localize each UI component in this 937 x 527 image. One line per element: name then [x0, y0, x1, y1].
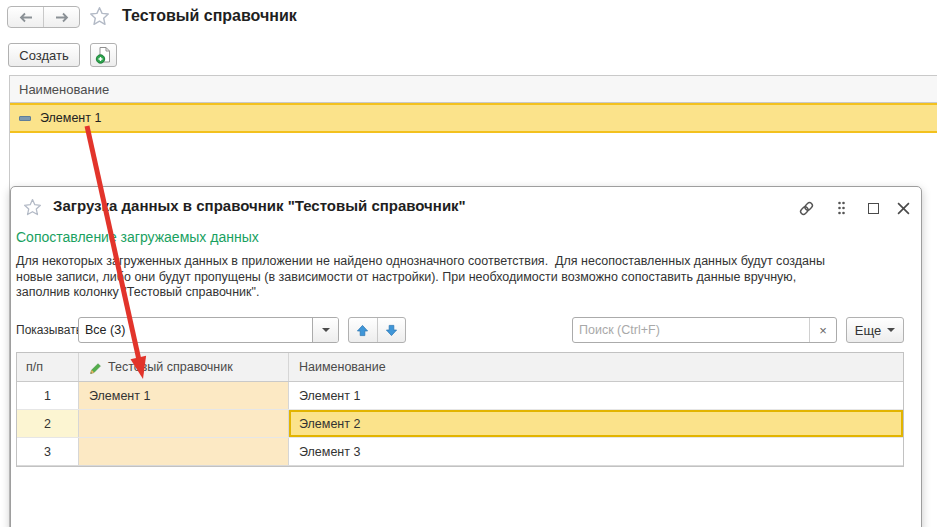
list-row-element-1[interactable]: Элемент 1	[10, 103, 937, 133]
forward-button[interactable]	[43, 7, 79, 27]
column-header-ref-label: Тестовый справочник	[108, 360, 233, 374]
table-row-selected[interactable]: 2 Элемент 2	[17, 410, 903, 438]
close-icon	[897, 202, 910, 215]
show-filter-value: Все (3)	[79, 318, 312, 342]
arrow-left-icon	[19, 12, 33, 23]
more-actions-label: Еще	[855, 323, 881, 338]
search-input[interactable]	[573, 318, 809, 342]
table-row[interactable]: 1 Элемент 1 Элемент 1	[17, 382, 903, 410]
more-menu-button[interactable]	[832, 199, 850, 217]
column-header-ref[interactable]: Тестовый справочник	[79, 353, 289, 381]
chevron-down-icon	[322, 328, 330, 332]
cell-name[interactable]: Элемент 3	[289, 438, 903, 465]
back-button[interactable]	[8, 7, 43, 27]
cell-ref[interactable]	[79, 410, 289, 437]
app-window: Тестовый справочник Создать Наименование…	[0, 0, 937, 527]
dialog-favorite-star-icon[interactable]	[23, 198, 42, 217]
description-line: новые записи, либо они будут пропущены (…	[16, 270, 901, 286]
cell-num[interactable]: 2	[17, 410, 79, 437]
search-clear-button[interactable]: ×	[809, 318, 836, 342]
page-title: Тестовый справочник	[122, 7, 297, 25]
mapping-table-header: п/п Тестовый справочник Наименование	[17, 353, 903, 382]
load-data-dialog: Загрузка данных в справочник "Тестовый с…	[10, 186, 922, 527]
more-actions-button[interactable]: Еще	[846, 317, 904, 343]
column-header-num[interactable]: п/п	[17, 353, 79, 381]
blue-arrow-up-icon	[356, 324, 369, 337]
close-button[interactable]	[894, 199, 912, 217]
document-plus-icon	[95, 46, 113, 64]
mapping-heading: Сопоставление загружаемых данных	[16, 229, 259, 245]
cell-ref[interactable]: Элемент 1	[79, 382, 289, 409]
show-filter-dropdown-button[interactable]	[312, 318, 338, 342]
move-up-button[interactable]	[349, 318, 377, 342]
get-link-button[interactable]	[797, 199, 815, 217]
cell-num[interactable]: 3	[17, 438, 79, 465]
description-line: Для некоторых загруженных данных в прило…	[16, 254, 901, 270]
description-line: заполнив колонку "Тестовый справочник".	[16, 285, 901, 301]
show-filter-combobox[interactable]: Все (3)	[78, 317, 339, 343]
dialog-title: Загрузка данных в справочник "Тестовый с…	[53, 197, 466, 214]
pencil-icon	[89, 361, 102, 374]
list-column-header[interactable]: Наименование	[10, 75, 937, 103]
arrow-right-icon	[55, 12, 69, 23]
move-down-button[interactable]	[377, 318, 406, 342]
mapping-table: п/п Тестовый справочник Наименование 1 Э…	[16, 352, 904, 467]
cell-ref[interactable]	[79, 438, 289, 465]
catalog-element-icon	[19, 116, 31, 121]
column-header-name[interactable]: Наименование	[289, 353, 903, 381]
dots-menu-icon	[837, 201, 846, 215]
cell-name-current[interactable]: Элемент 2	[289, 410, 903, 437]
favorite-star-icon[interactable]	[89, 6, 110, 27]
maximize-button[interactable]	[864, 199, 882, 217]
create-button[interactable]: Создать	[8, 43, 80, 67]
nav-history	[7, 6, 80, 28]
mapping-description: Для некоторых загруженных данных в прило…	[16, 254, 901, 301]
cell-name[interactable]: Элемент 1	[289, 382, 903, 409]
show-label: Показывать:	[16, 317, 85, 343]
list-row-label: Элемент 1	[40, 111, 101, 125]
move-buttons	[348, 317, 406, 343]
table-row[interactable]: 3 Элемент 3	[17, 438, 903, 466]
chevron-down-icon	[887, 328, 895, 332]
cell-num[interactable]: 1	[17, 382, 79, 409]
load-data-button[interactable]	[90, 43, 117, 67]
link-icon	[798, 200, 815, 217]
maximize-icon	[868, 203, 879, 214]
search-box: ×	[572, 317, 837, 343]
blue-arrow-down-icon	[385, 324, 398, 337]
